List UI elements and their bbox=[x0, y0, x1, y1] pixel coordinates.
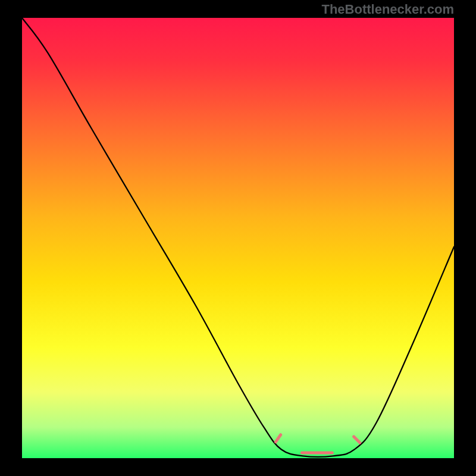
bottleneck-chart: TheBottlenecker.com bbox=[0, 0, 476, 476]
plot-background-gradient bbox=[22, 18, 454, 458]
plot-area bbox=[22, 18, 454, 458]
attribution-label: TheBottlenecker.com bbox=[321, 2, 454, 17]
